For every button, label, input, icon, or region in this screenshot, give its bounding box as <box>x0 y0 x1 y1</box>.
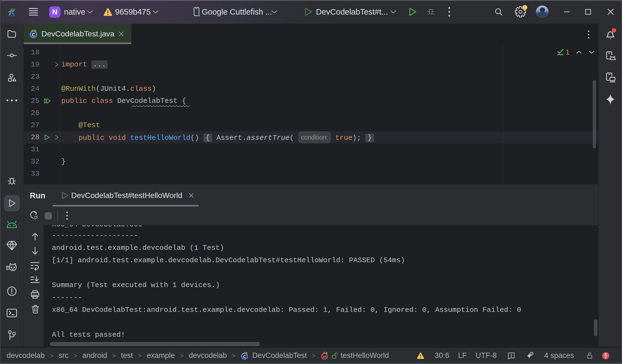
svg-text:C: C <box>243 354 246 359</box>
svg-text:m: m <box>323 354 326 358</box>
svg-text:C: C <box>32 33 35 37</box>
